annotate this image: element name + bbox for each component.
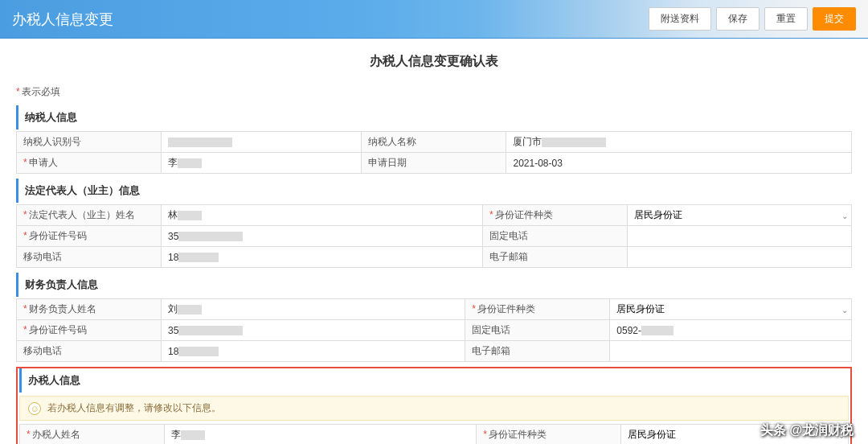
redacted-block: [178, 305, 202, 314]
legal-rep-table: *法定代表人（业主）姓名 林 *身份证件种类 居民身份证⌄ *身份证件号码 35…: [16, 204, 852, 268]
required-star: *: [16, 86, 20, 97]
required-note: *表示必填: [16, 81, 852, 105]
apply-date-label: 申请日期: [362, 153, 506, 174]
section-tax-agent-title: 办税人信息: [19, 368, 849, 393]
legal-rep-idtype-select[interactable]: 居民身份证⌄: [627, 205, 851, 226]
legal-rep-idtype-label: *身份证件种类: [482, 205, 627, 226]
redacted-block: [542, 138, 606, 147]
watermark-text: 头条 @龙润财税: [760, 422, 854, 439]
finance-email-value[interactable]: [610, 341, 852, 362]
save-button[interactable]: 保存: [716, 7, 760, 31]
legal-rep-email-value[interactable]: [627, 247, 851, 268]
taxpayer-table: 纳税人识别号 纳税人名称 厦门市 *申请人 李 申请日期: [16, 131, 852, 174]
redacted-block: [178, 253, 219, 262]
redacted-block: [178, 211, 202, 220]
finance-idnum-label: *身份证件号码: [17, 320, 162, 341]
table-row: *法定代表人（业主）姓名 林 *身份证件种类 居民身份证⌄: [17, 205, 852, 226]
legal-rep-name-value[interactable]: 林: [162, 205, 483, 226]
agent-idtype-label: *身份证件种类: [477, 425, 621, 445]
page-subtitle: 办税人信息变更确认表: [16, 39, 852, 81]
finance-fixedphone-label: 固定电话: [465, 320, 610, 341]
taxpayer-name-prefix: 厦门市: [513, 136, 542, 147]
table-row: 纳税人识别号 纳税人名称 厦门市: [17, 132, 852, 153]
banner-text: 若办税人信息有调整，请修改以下信息。: [47, 401, 221, 415]
section-taxpayer-title: 纳税人信息: [16, 105, 852, 130]
submit-button[interactable]: 提交: [813, 7, 856, 31]
page-header: 办税人信息变更 附送资料 保存 重置 提交: [0, 0, 868, 39]
redacted-block: [641, 326, 674, 335]
required-text: 表示必填: [22, 86, 60, 97]
chevron-down-icon: ⌄: [841, 211, 848, 220]
finance-idnum-value[interactable]: 35: [162, 320, 465, 341]
table-row: 移动电话 18 电子邮箱: [17, 341, 852, 362]
finance-mobile-label: 移动电话: [17, 341, 162, 362]
finance-email-label: 电子邮箱: [465, 341, 610, 362]
applicant-prefix: 李: [168, 157, 178, 168]
table-row: *办税人姓名 李 *身份证件种类 居民身份证⌄: [20, 425, 849, 445]
table-row: *申请人 李 申请日期: [17, 153, 852, 174]
chevron-down-icon: ⌄: [841, 305, 848, 314]
legal-rep-mobile-label: 移动电话: [17, 247, 162, 268]
finance-idtype-label: *身份证件种类: [465, 299, 610, 320]
taxpayer-name-value[interactable]: 厦门市: [506, 132, 852, 153]
applicant-label: *申请人: [17, 153, 162, 174]
section-taxpayer: 纳税人信息 纳税人识别号 纳税人名称 厦门市 *申请人 李 申请日期: [16, 105, 852, 174]
finance-fixedphone-value[interactable]: 0592-: [610, 320, 852, 341]
smile-icon: ☺: [28, 402, 41, 415]
apply-date-value[interactable]: [506, 153, 852, 174]
watermark: 头条 @龙润财税: [760, 422, 854, 439]
table-row: *身份证件号码 35 固定电话 0592-: [17, 320, 852, 341]
table-row: 移动电话 18 电子邮箱: [17, 247, 852, 268]
redacted-block: [178, 347, 219, 356]
legal-rep-fixedphone-label: 固定电话: [482, 226, 627, 247]
header-actions: 附送资料 保存 重置 提交: [649, 7, 856, 31]
legal-rep-mobile-value[interactable]: 18: [162, 247, 483, 268]
section-legal-rep: 法定代表人（业主）信息 *法定代表人（业主）姓名 林 *身份证件种类 居民身份证…: [16, 179, 852, 268]
taxpayer-id-value[interactable]: [162, 132, 362, 153]
redacted-block: [178, 232, 243, 241]
applicant-value[interactable]: 李: [162, 153, 362, 174]
tax-agent-info-banner: ☺ 若办税人信息有调整，请修改以下信息。: [19, 396, 849, 421]
legal-rep-idnum-label: *身份证件号码: [17, 226, 162, 247]
taxpayer-id-label: 纳税人识别号: [17, 132, 162, 153]
redacted-block: [168, 138, 232, 147]
table-row: *财务负责人姓名 刘 *身份证件种类 居民身份证⌄: [17, 299, 852, 320]
taxpayer-name-label: 纳税人名称: [362, 132, 506, 153]
redacted-block: [178, 326, 243, 335]
finance-name-label: *财务负责人姓名: [17, 299, 162, 320]
page-title: 办税人信息变更: [12, 10, 113, 29]
agent-name-value[interactable]: 李: [165, 425, 477, 445]
legal-rep-email-label: 电子邮箱: [482, 247, 627, 268]
apply-date-input[interactable]: [513, 158, 845, 169]
finance-mobile-value[interactable]: 18: [162, 341, 465, 362]
table-row: *身份证件号码 35 固定电话: [17, 226, 852, 247]
finance-name-value[interactable]: 刘: [162, 299, 465, 320]
redacted-block: [181, 430, 205, 440]
content-area: 办税人信息变更确认表 *表示必填 纳税人信息 纳税人识别号 纳税人名称 厦门市 …: [0, 39, 868, 444]
section-finance-head: 财务负责人信息 *财务负责人姓名 刘 *身份证件种类 居民身份证⌄ *身份证件号…: [16, 273, 852, 362]
section-legal-rep-title: 法定代表人（业主）信息: [16, 179, 852, 203]
reset-button[interactable]: 重置: [764, 7, 808, 31]
legal-rep-fixedphone-value[interactable]: [627, 226, 851, 247]
legal-rep-idnum-value[interactable]: 35: [162, 226, 483, 247]
finance-idtype-select[interactable]: 居民身份证⌄: [610, 299, 852, 320]
legal-rep-name-label: *法定代表人（业主）姓名: [17, 205, 162, 226]
finance-head-table: *财务负责人姓名 刘 *身份证件种类 居民身份证⌄ *身份证件号码 35 固定电…: [16, 298, 852, 362]
tax-agent-table: *办税人姓名 李 *身份证件种类 居民身份证⌄ *身份证件号码 35 固定电话 …: [19, 424, 849, 444]
section-tax-agent: 办税人信息 ☺ 若办税人信息有调整，请修改以下信息。 *办税人姓名 李 *身份证…: [16, 367, 852, 444]
agent-name-label: *办税人姓名: [20, 425, 165, 445]
attachment-button[interactable]: 附送资料: [649, 7, 711, 31]
section-finance-head-title: 财务负责人信息: [16, 273, 852, 297]
redacted-block: [178, 158, 202, 168]
